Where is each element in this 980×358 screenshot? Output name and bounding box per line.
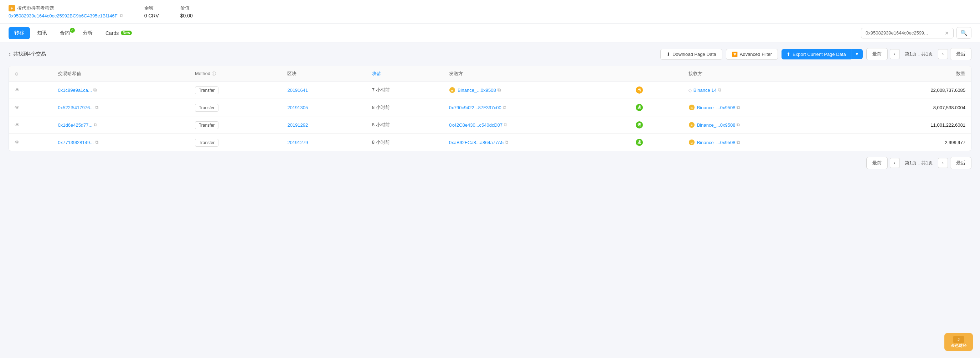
filter-label-text: 按代币持有者筛选 (17, 5, 54, 11)
copy-tx-icon[interactable]: ⧉ (95, 105, 99, 110)
download-btn-label: Download Page Data (673, 52, 716, 57)
to-address-link[interactable]: Binance_...0x9508 (697, 105, 735, 110)
tab-cards[interactable]: Cards New (100, 27, 138, 39)
search-button[interactable]: 🔍 (956, 27, 972, 39)
from-address-link[interactable]: 0xaB92FCa8...a864a77A5 (449, 140, 504, 145)
top-bar: F 按代币持有者筛选 0x95082939e1644c0ec25992BC9b6… (0, 0, 980, 24)
tx-hash-link[interactable]: 0x522f5417976... (58, 105, 94, 110)
copy-from-icon[interactable]: ⧉ (503, 105, 506, 110)
to-binance-icon: B (689, 122, 695, 128)
amount-text: 22,008,737.6085 (849, 81, 971, 99)
filter-btn-label: Advanced Filter (740, 52, 772, 57)
export-dropdown-arrow[interactable]: ▼ (851, 49, 863, 59)
last-page-button[interactable]: 最后 (950, 48, 972, 60)
export-button[interactable]: ⬆ Export Current Page Data (781, 49, 851, 59)
table-row: 👁 0x77139f28149... ⧉ Transfer 20191279 8… (9, 134, 971, 151)
age-text: 8 小时前 (372, 105, 390, 110)
tx-hash-link[interactable]: 0x1c89e9a1ca... (58, 87, 92, 93)
search-icon: 🔍 (960, 30, 967, 36)
col-eye: ⊙ (9, 66, 52, 81)
to-address-link[interactable]: Binance 14 (694, 87, 717, 93)
copy-tx-icon[interactable]: ⧉ (95, 139, 99, 145)
age-text: 7 小时前 (372, 87, 390, 92)
tx-hash-link[interactable]: 0x1d6e425d77... (58, 122, 93, 128)
sort-icon: ↕ (8, 51, 11, 57)
block-link[interactable]: 20191279 (287, 140, 308, 145)
transactions-table: ⊙ 交易哈希值 Method ⓘ 区块 块龄 发送方 接收方 数量 (8, 66, 972, 151)
col-to: 接收方 (683, 66, 849, 81)
bottom-last-page-button[interactable]: 最后 (950, 157, 972, 169)
amount-text: 11,001,222.6081 (849, 116, 971, 134)
copy-tx-icon[interactable]: ⧉ (94, 122, 97, 128)
tx-hash-link[interactable]: 0x77139f28149... (58, 140, 94, 145)
row-eye-icon[interactable]: 👁 (14, 87, 20, 93)
age-text: 8 小时前 (372, 139, 390, 145)
bottom-next-page-button[interactable]: › (938, 158, 948, 168)
copy-to-icon[interactable]: ⧉ (737, 105, 740, 110)
search-box[interactable]: 0x95082939e1644c0ec2599... ✕ (861, 28, 954, 38)
result-count-text: 共找到4个交易 (13, 51, 46, 57)
row-eye-icon[interactable]: 👁 (14, 122, 20, 128)
row-eye-icon[interactable]: 👁 (14, 139, 20, 145)
svg-text:B: B (690, 106, 693, 109)
from-address-link[interactable]: 0x790c9422...87F397c00 (449, 105, 501, 110)
copy-to-icon[interactable]: ⧉ (737, 122, 740, 128)
tab-transfer[interactable]: 转移 (8, 27, 30, 39)
to-binance-icon: B (689, 139, 695, 146)
block-link[interactable]: 20191292 (287, 122, 308, 128)
method-info-icon[interactable]: ⓘ (212, 71, 216, 76)
table-row: 👁 0x1d6e425d77... ⧉ Transfer 20191292 8 … (9, 116, 971, 134)
amount-text: 8,007,538.0004 (849, 99, 971, 116)
svg-text:B: B (690, 124, 693, 127)
nav-right: 0x95082939e1644c0ec2599... ✕ 🔍 (861, 27, 972, 39)
copy-address-icon[interactable]: ⧉ (120, 13, 123, 19)
tab-contract[interactable]: 合约 ✓ (54, 27, 76, 39)
direction-in-badge: 进 (636, 121, 643, 128)
copy-from-icon[interactable]: ⧉ (504, 122, 507, 128)
next-page-button[interactable]: › (938, 49, 948, 59)
row-eye-icon[interactable]: 👁 (14, 105, 20, 110)
col-method: Method ⓘ (189, 66, 282, 81)
from-address-link[interactable]: Binance_...0x9508 (458, 87, 496, 93)
cards-new-badge: New (121, 31, 132, 35)
to-address-link[interactable]: Binance_...0x9508 (697, 140, 735, 145)
download-page-data-button[interactable]: ⬇ Download Page Data (660, 49, 722, 60)
bottom-first-page-button[interactable]: 最前 (866, 157, 888, 169)
tab-analysis[interactable]: 分析 (77, 27, 99, 39)
col-from: 发送方 (443, 66, 630, 81)
col-amount: 数量 (849, 66, 971, 81)
block-link[interactable]: 20191305 (287, 105, 308, 110)
close-search-icon[interactable]: ✕ (945, 30, 949, 36)
pagination: 最前 ‹ 第1页，共1页 › 最后 (866, 48, 972, 60)
method-badge: Transfer (195, 87, 218, 94)
copy-from-icon[interactable]: ⧉ (505, 139, 508, 145)
filter-label: F 按代币持有者筛选 (8, 5, 123, 11)
export-btn-label: Export Current Page Data (792, 52, 846, 57)
eye-circle-icon: ⊙ (14, 71, 19, 76)
col-txhash: 交易哈希值 (52, 66, 189, 81)
from-address-link[interactable]: 0x42C8e430...c540dcD07 (449, 122, 503, 128)
nav-tabs: 转移 知讯 合约 ✓ 分析 Cards New 0x95082939e1644c… (0, 24, 980, 42)
col-direction (630, 66, 683, 81)
toolbar: ↕ 共找到4个交易 ⬇ Download Page Data 🔽 Advance… (8, 48, 972, 60)
copy-to-icon[interactable]: ⧉ (718, 87, 721, 93)
download-icon: ⬇ (667, 52, 670, 57)
balance-section: 余额 0 CRV (144, 5, 159, 19)
export-icon: ⬆ (786, 52, 791, 57)
copy-from-icon[interactable]: ⧉ (498, 87, 501, 93)
block-link[interactable]: 20191641 (287, 87, 308, 93)
bottom-page-info: 第1页，共1页 (902, 160, 936, 166)
first-page-button[interactable]: 最前 (866, 48, 888, 60)
main-content: ↕ 共找到4个交易 ⬇ Download Page Data 🔽 Advance… (0, 42, 980, 177)
to-address-link[interactable]: Binance_...0x9508 (697, 122, 735, 128)
copy-tx-icon[interactable]: ⧉ (93, 87, 97, 93)
result-count: ↕ 共找到4个交易 (8, 51, 46, 57)
advanced-filter-button[interactable]: 🔽 Advanced Filter (726, 49, 778, 60)
age-text: 8 小时前 (372, 122, 390, 127)
value-value: $0.00 (180, 13, 193, 19)
prev-page-button[interactable]: ‹ (890, 49, 900, 59)
tab-news[interactable]: 知讯 (31, 27, 53, 39)
bottom-pagination: 最前 ‹ 第1页，共1页 › 最后 (8, 151, 972, 172)
copy-to-icon[interactable]: ⧉ (737, 139, 740, 145)
bottom-prev-page-button[interactable]: ‹ (890, 158, 900, 168)
